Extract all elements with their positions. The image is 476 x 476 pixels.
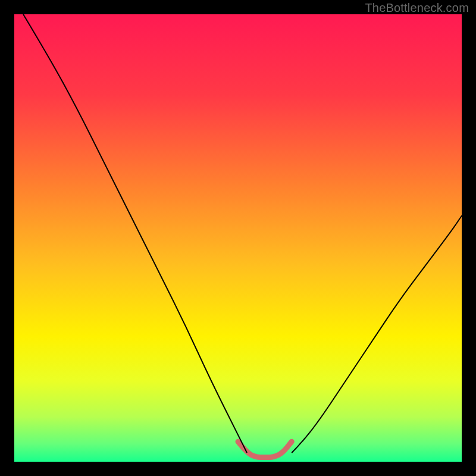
chart-svg xyxy=(14,14,462,462)
watermark-text: TheBottleneck.com xyxy=(365,1,469,15)
gradient-background xyxy=(14,14,462,462)
plot-area xyxy=(14,14,462,462)
bottleneck-chart-frame: TheBottleneck.com xyxy=(0,0,476,476)
